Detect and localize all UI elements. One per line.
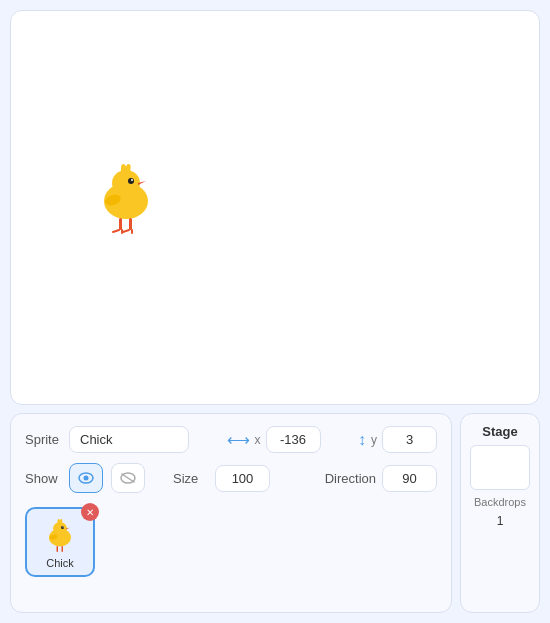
svg-point-3 xyxy=(131,179,133,181)
backdrops-label: Backdrops xyxy=(474,496,526,508)
backdrops-count: 1 xyxy=(497,514,504,528)
y-input[interactable] xyxy=(382,426,437,453)
svg-point-20 xyxy=(61,526,64,529)
y-axis-icon: ↕ xyxy=(358,431,366,449)
x-input[interactable] xyxy=(266,426,321,453)
svg-point-15 xyxy=(84,476,89,481)
canvas-area xyxy=(10,10,540,405)
size-group: Size xyxy=(173,465,270,492)
sprite-thumb-chick[interactable]: ✕ Chick xyxy=(25,507,95,577)
sprite-label: Sprite xyxy=(25,432,61,447)
x-coord-group: ⟷ x xyxy=(227,426,321,453)
stage-thumbnail[interactable] xyxy=(470,445,530,490)
size-label: Size xyxy=(173,471,209,486)
svg-rect-8 xyxy=(119,218,122,230)
sprite-delete-button[interactable]: ✕ xyxy=(81,503,99,521)
show-visible-button[interactable] xyxy=(69,463,103,493)
chick-sprite xyxy=(91,156,161,236)
y-coord-group: ↕ y xyxy=(358,426,437,453)
sprite-thumbnails: ✕ Chick xyxy=(25,507,437,577)
show-hidden-button[interactable] xyxy=(111,463,145,493)
sprite-name-row: Sprite ⟷ x ↕ y xyxy=(25,426,437,453)
stage-panel: Stage Backdrops 1 xyxy=(460,413,540,613)
svg-rect-26 xyxy=(57,546,59,552)
svg-point-21 xyxy=(63,527,64,528)
stage-title: Stage xyxy=(482,424,517,439)
x-label: x xyxy=(255,433,261,447)
size-input[interactable] xyxy=(215,465,270,492)
bottom-panel: Sprite ⟷ x ↕ y Show xyxy=(10,413,540,613)
show-label: Show xyxy=(25,471,61,486)
svg-line-10 xyxy=(113,230,119,232)
svg-point-2 xyxy=(128,178,134,184)
sprite-name-input[interactable] xyxy=(69,426,189,453)
svg-line-12 xyxy=(123,230,129,232)
direction-input[interactable] xyxy=(382,465,437,492)
svg-rect-27 xyxy=(62,546,64,552)
svg-rect-9 xyxy=(129,218,132,230)
y-label: y xyxy=(371,433,377,447)
x-axis-icon: ⟷ xyxy=(227,430,250,449)
show-row: Show Size Direction xyxy=(25,463,437,493)
sprite-thumb-name: Chick xyxy=(46,557,74,569)
direction-group: Direction xyxy=(325,465,437,492)
svg-line-16 xyxy=(122,474,134,482)
sprite-panel: Sprite ⟷ x ↕ y Show xyxy=(10,413,452,613)
direction-label: Direction xyxy=(325,471,376,486)
